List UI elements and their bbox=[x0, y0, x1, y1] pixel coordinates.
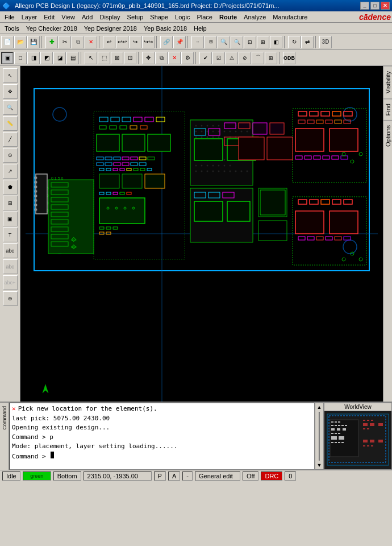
copy2-button[interactable]: ⧉ bbox=[155, 52, 168, 64]
svg-rect-59 bbox=[35, 200, 37, 201]
svg-rect-202 bbox=[194, 139, 223, 160]
open-button[interactable]: 📂 bbox=[14, 36, 27, 48]
p-indicator[interactable]: P bbox=[154, 471, 166, 481]
menu-display[interactable]: Display bbox=[96, 13, 123, 22]
menu-layer[interactable]: Layer bbox=[18, 13, 41, 22]
undo2-button[interactable]: ↩↩ bbox=[116, 36, 128, 48]
svg-rect-245 bbox=[370, 423, 374, 426]
cursor-button[interactable]: ↖ bbox=[85, 52, 97, 64]
scroll-down-button[interactable]: ▼ bbox=[316, 461, 323, 469]
grid2-button[interactable]: ⊞ bbox=[205, 36, 217, 48]
text-lt-button[interactable]: T bbox=[3, 228, 18, 242]
flip-button[interactable]: ⇄ bbox=[301, 36, 314, 48]
zoom-out-button[interactable]: 🔍 bbox=[231, 36, 243, 48]
log-scrollbar[interactable]: ▲ ▼ bbox=[315, 403, 324, 470]
layer-btn6[interactable]: ▤ bbox=[66, 52, 79, 64]
find-tab[interactable]: Find bbox=[383, 98, 392, 120]
visibility-tab[interactable]: Visibility bbox=[383, 66, 392, 98]
minimap-area[interactable]: WorldView bbox=[324, 403, 392, 470]
finish-route[interactable]: ⊞ bbox=[265, 52, 277, 64]
select-lt-button[interactable]: ↖ bbox=[3, 68, 18, 83]
layer-btn1[interactable]: ▣ bbox=[1, 52, 14, 64]
move-button[interactable]: ✥ bbox=[142, 52, 155, 64]
zoom-prev-button[interactable]: ◧ bbox=[270, 36, 282, 48]
save-button[interactable]: 💾 bbox=[27, 36, 40, 48]
menu-place[interactable]: Place bbox=[193, 13, 216, 22]
menu-shape[interactable]: Shape bbox=[147, 13, 172, 22]
undo-button[interactable]: ↩ bbox=[103, 36, 115, 48]
menu-yep-designer[interactable]: Yep Designer 2018 bbox=[81, 24, 140, 33]
drc-run[interactable]: ⚠ bbox=[226, 52, 238, 64]
select3-button[interactable]: ⊡ bbox=[124, 52, 136, 64]
line-lt-button[interactable]: ╱ bbox=[3, 132, 18, 147]
fp-lt-button[interactable]: ⊞ bbox=[3, 196, 18, 210]
menu-tools[interactable]: Tools bbox=[1, 24, 23, 33]
canvas-area[interactable]: 0 1 5 0 bbox=[20, 66, 383, 402]
prop-button[interactable]: ⚙ bbox=[181, 52, 194, 64]
a-indicator[interactable]: A bbox=[168, 471, 180, 481]
window-controls[interactable]: _ □ ✕ bbox=[360, 2, 390, 10]
menu-help[interactable]: Help bbox=[190, 24, 210, 33]
drc-clear[interactable]: ⊘ bbox=[239, 52, 251, 64]
drc-check2[interactable]: ☑ bbox=[212, 52, 225, 64]
select-button[interactable]: ⬚ bbox=[98, 52, 110, 64]
menu-view[interactable]: View bbox=[58, 13, 78, 22]
zoom-in-button[interactable]: 🔍 bbox=[218, 36, 230, 48]
select2-button[interactable]: ⊠ bbox=[111, 52, 123, 64]
layer-btn4[interactable]: ◩ bbox=[40, 52, 53, 64]
drc-check1[interactable]: ✔ bbox=[199, 52, 212, 64]
menu-route[interactable]: Route bbox=[216, 13, 240, 22]
route-lt-button[interactable]: ↗ bbox=[3, 164, 18, 179]
menu-logic[interactable]: Logic bbox=[172, 13, 193, 22]
svg-point-186 bbox=[195, 171, 197, 172]
menu-yep-checker[interactable]: Yep Checker 2018 bbox=[23, 24, 81, 33]
zoom-lt-button[interactable]: 🔍 bbox=[3, 100, 18, 115]
close-button[interactable]: ✕ bbox=[381, 2, 390, 10]
delete-button[interactable]: ✕ bbox=[85, 36, 97, 48]
menu-edit[interactable]: Edit bbox=[40, 13, 58, 22]
zoom-area-button[interactable]: ⊞ bbox=[257, 36, 269, 48]
menu-file[interactable]: File bbox=[1, 13, 18, 22]
menu-manufacture[interactable]: Manufacture bbox=[269, 13, 311, 22]
rotate-button[interactable]: ↻ bbox=[288, 36, 301, 48]
shape-lt-button[interactable]: ⬟ bbox=[3, 180, 18, 195]
layer-btn3[interactable]: ◨ bbox=[27, 52, 40, 64]
redo2-button[interactable]: ↪↪ bbox=[142, 36, 155, 48]
zoom-fit-button[interactable]: ⊡ bbox=[244, 36, 256, 48]
minimize-button[interactable]: _ bbox=[360, 2, 369, 10]
odb-button[interactable]: ODB bbox=[283, 52, 295, 64]
idle-status: Idle bbox=[2, 471, 20, 481]
options-tab[interactable]: Options bbox=[383, 120, 392, 151]
3d-button[interactable]: 3D bbox=[319, 36, 332, 48]
copy-button[interactable]: ⧉ bbox=[72, 36, 84, 48]
abc-lt-button[interactable]: abc bbox=[3, 259, 18, 274]
scroll-up-button[interactable]: ▲ bbox=[316, 403, 323, 411]
svg-point-195 bbox=[247, 171, 248, 172]
menu-yep-basic[interactable]: Yep Basic 2018 bbox=[140, 24, 190, 33]
new-button[interactable]: 📄 bbox=[1, 36, 14, 48]
menu-setup[interactable]: Setup bbox=[124, 13, 147, 22]
via-lt-button[interactable]: ⊙ bbox=[3, 148, 18, 163]
abc2-lt-button[interactable]: abc+ bbox=[3, 275, 18, 290]
cut-button[interactable]: ✂ bbox=[59, 36, 71, 48]
rats-nest-button[interactable]: 🔗 bbox=[160, 36, 173, 48]
grid-button[interactable]: :: bbox=[191, 36, 204, 48]
menu-analyze[interactable]: Analyze bbox=[240, 13, 269, 22]
add-connect-button[interactable]: ✚ bbox=[45, 36, 58, 48]
comp-lt-button[interactable]: ▣ bbox=[3, 212, 18, 226]
text2-lt-button[interactable]: abc bbox=[3, 243, 18, 258]
menu-add[interactable]: Add bbox=[78, 13, 97, 22]
lock-button[interactable]: 📌 bbox=[173, 36, 186, 48]
delete2-button[interactable]: ✕ bbox=[168, 52, 181, 64]
layer-btn5[interactable]: ◪ bbox=[53, 52, 66, 64]
log-area[interactable]: ✕ Pick new location for the element(s). … bbox=[9, 403, 315, 470]
svg-rect-229 bbox=[331, 428, 335, 431]
redo-button[interactable]: ↪ bbox=[129, 36, 141, 48]
maximize-button[interactable]: □ bbox=[370, 2, 380, 10]
pin-lt-button[interactable]: ⊕ bbox=[3, 291, 18, 306]
ruler-lt-button[interactable]: 📏 bbox=[3, 116, 18, 131]
pan-lt-button[interactable]: ✥ bbox=[3, 84, 18, 99]
add-line[interactable]: ⌒ bbox=[252, 52, 264, 64]
svg-rect-235 bbox=[331, 436, 337, 440]
layer-btn2[interactable]: □ bbox=[14, 52, 27, 64]
